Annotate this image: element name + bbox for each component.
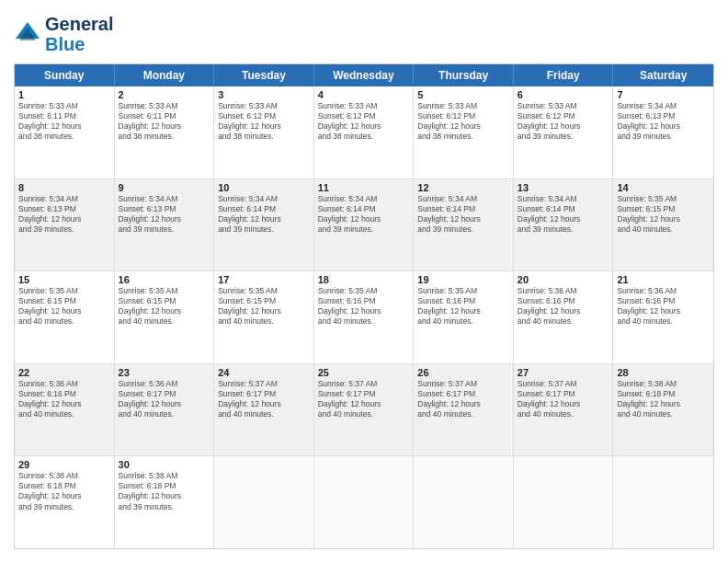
cell-content: Sunrise: 5:33 AMSunset: 6:12 PMDaylight:… xyxy=(318,101,410,142)
cell-content: Sunrise: 5:34 AMSunset: 6:14 PMDaylight:… xyxy=(417,194,509,235)
day-cell-2: 2Sunrise: 5:33 AMSunset: 6:11 PMDaylight… xyxy=(115,86,215,178)
calendar-row-5: 29Sunrise: 5:38 AMSunset: 6:18 PMDayligh… xyxy=(15,456,713,548)
day-cell-17: 17Sunrise: 5:35 AMSunset: 6:15 PMDayligh… xyxy=(214,271,314,363)
day-number: 22 xyxy=(18,367,110,378)
day-number: 8 xyxy=(18,182,110,193)
cell-content: Sunrise: 5:36 AMSunset: 6:16 PMDaylight:… xyxy=(18,379,110,419)
header-day-monday: Monday xyxy=(115,64,215,86)
day-cell-24: 24Sunrise: 5:37 AMSunset: 6:17 PMDayligh… xyxy=(214,364,314,456)
cell-content: Sunrise: 5:33 AMSunset: 6:11 PMDaylight:… xyxy=(18,101,110,142)
cell-content: Sunrise: 5:34 AMSunset: 6:13 PMDaylight:… xyxy=(617,101,710,142)
day-cell-10: 10Sunrise: 5:34 AMSunset: 6:14 PMDayligh… xyxy=(214,179,314,271)
day-cell-15: 15Sunrise: 5:35 AMSunset: 6:15 PMDayligh… xyxy=(15,271,115,363)
cell-content: Sunrise: 5:35 AMSunset: 6:15 PMDaylight:… xyxy=(119,286,210,327)
day-number: 18 xyxy=(318,274,410,285)
day-cell-22: 22Sunrise: 5:36 AMSunset: 6:16 PMDayligh… xyxy=(15,364,115,456)
cell-content: Sunrise: 5:36 AMSunset: 6:16 PMDaylight:… xyxy=(518,286,609,327)
day-number: 24 xyxy=(218,367,310,378)
day-cell-28: 28Sunrise: 5:38 AMSunset: 6:18 PMDayligh… xyxy=(613,364,713,456)
header-day-wednesday: Wednesday xyxy=(314,64,415,86)
day-number: 29 xyxy=(18,459,110,470)
cell-content: Sunrise: 5:36 AMSunset: 6:17 PMDaylight:… xyxy=(119,379,210,419)
day-cell-9: 9Sunrise: 5:34 AMSunset: 6:13 PMDaylight… xyxy=(115,179,215,271)
cell-content: Sunrise: 5:38 AMSunset: 6:18 PMDaylight:… xyxy=(119,471,210,511)
cell-content: Sunrise: 5:34 AMSunset: 6:14 PMDaylight:… xyxy=(318,194,410,235)
cell-content: Sunrise: 5:37 AMSunset: 6:17 PMDaylight:… xyxy=(218,379,310,419)
day-number: 23 xyxy=(119,367,210,378)
cell-content: Sunrise: 5:34 AMSunset: 6:13 PMDaylight:… xyxy=(119,194,210,235)
cell-content: Sunrise: 5:34 AMSunset: 6:14 PMDaylight:… xyxy=(518,194,609,235)
day-number: 15 xyxy=(18,274,110,285)
cell-content: Sunrise: 5:34 AMSunset: 6:14 PMDaylight:… xyxy=(218,194,310,235)
header-day-tuesday: Tuesday xyxy=(214,64,314,86)
cell-content: Sunrise: 5:33 AMSunset: 6:11 PMDaylight:… xyxy=(119,101,210,142)
calendar-row-3: 15Sunrise: 5:35 AMSunset: 6:15 PMDayligh… xyxy=(15,271,713,364)
header-day-friday: Friday xyxy=(514,64,614,86)
calendar-body: 1Sunrise: 5:33 AMSunset: 6:11 PMDaylight… xyxy=(15,86,713,548)
empty-cell xyxy=(414,456,514,548)
empty-cell xyxy=(314,456,415,548)
day-number: 27 xyxy=(518,367,609,378)
cell-content: Sunrise: 5:36 AMSunset: 6:16 PMDaylight:… xyxy=(617,286,710,327)
day-cell-18: 18Sunrise: 5:35 AMSunset: 6:16 PMDayligh… xyxy=(314,271,415,363)
day-number: 7 xyxy=(617,89,710,100)
day-cell-5: 5Sunrise: 5:33 AMSunset: 6:12 PMDaylight… xyxy=(414,86,514,178)
cell-content: Sunrise: 5:34 AMSunset: 6:13 PMDaylight:… xyxy=(18,194,110,235)
header-day-thursday: Thursday xyxy=(414,64,514,86)
day-cell-21: 21Sunrise: 5:36 AMSunset: 6:16 PMDayligh… xyxy=(613,271,713,363)
page: General Blue SundayMondayTuesdayWednesda… xyxy=(0,0,728,563)
day-cell-20: 20Sunrise: 5:36 AMSunset: 6:16 PMDayligh… xyxy=(514,271,614,363)
day-number: 6 xyxy=(518,89,609,100)
header-day-saturday: Saturday xyxy=(613,64,713,86)
day-number: 1 xyxy=(18,89,110,100)
cell-content: Sunrise: 5:35 AMSunset: 6:16 PMDaylight:… xyxy=(318,286,410,327)
cell-content: Sunrise: 5:37 AMSunset: 6:17 PMDaylight:… xyxy=(518,379,609,419)
cell-content: Sunrise: 5:35 AMSunset: 6:16 PMDaylight:… xyxy=(417,286,509,327)
cell-content: Sunrise: 5:38 AMSunset: 6:18 PMDaylight:… xyxy=(617,379,710,419)
cell-content: Sunrise: 5:37 AMSunset: 6:17 PMDaylight:… xyxy=(417,379,509,419)
day-cell-30: 30Sunrise: 5:38 AMSunset: 6:18 PMDayligh… xyxy=(115,456,215,548)
day-number: 9 xyxy=(119,182,210,193)
day-number: 21 xyxy=(617,274,710,285)
empty-cell xyxy=(214,456,314,548)
logo-text-blue: Blue xyxy=(45,34,113,54)
day-number: 12 xyxy=(417,182,509,193)
day-cell-1: 1Sunrise: 5:33 AMSunset: 6:11 PMDaylight… xyxy=(15,86,115,178)
cell-content: Sunrise: 5:38 AMSunset: 6:18 PMDaylight:… xyxy=(18,471,110,511)
empty-cell xyxy=(613,456,713,548)
calendar-row-1: 1Sunrise: 5:33 AMSunset: 6:11 PMDaylight… xyxy=(15,86,713,179)
day-cell-14: 14Sunrise: 5:35 AMSunset: 6:15 PMDayligh… xyxy=(613,179,713,271)
cell-content: Sunrise: 5:33 AMSunset: 6:12 PMDaylight:… xyxy=(518,101,609,142)
day-number: 2 xyxy=(119,89,210,100)
day-cell-16: 16Sunrise: 5:35 AMSunset: 6:15 PMDayligh… xyxy=(115,271,215,363)
calendar-row-4: 22Sunrise: 5:36 AMSunset: 6:16 PMDayligh… xyxy=(15,364,713,457)
day-number: 16 xyxy=(119,274,210,285)
day-number: 19 xyxy=(417,274,509,285)
logo-icon xyxy=(14,20,41,48)
day-number: 26 xyxy=(417,367,509,378)
day-cell-25: 25Sunrise: 5:37 AMSunset: 6:17 PMDayligh… xyxy=(314,364,415,456)
header: General Blue xyxy=(14,14,714,54)
cell-content: Sunrise: 5:35 AMSunset: 6:15 PMDaylight:… xyxy=(617,194,710,235)
cell-content: Sunrise: 5:35 AMSunset: 6:15 PMDaylight:… xyxy=(218,286,310,327)
cell-content: Sunrise: 5:37 AMSunset: 6:17 PMDaylight:… xyxy=(318,379,410,419)
day-number: 14 xyxy=(617,182,710,193)
day-number: 28 xyxy=(617,367,710,378)
day-number: 13 xyxy=(518,182,609,193)
day-number: 4 xyxy=(318,89,410,100)
day-cell-13: 13Sunrise: 5:34 AMSunset: 6:14 PMDayligh… xyxy=(514,179,614,271)
cell-content: Sunrise: 5:35 AMSunset: 6:15 PMDaylight:… xyxy=(18,286,110,327)
day-number: 30 xyxy=(119,459,210,470)
day-number: 3 xyxy=(218,89,310,100)
day-number: 11 xyxy=(318,182,410,193)
day-cell-27: 27Sunrise: 5:37 AMSunset: 6:17 PMDayligh… xyxy=(514,364,614,456)
day-cell-4: 4Sunrise: 5:33 AMSunset: 6:12 PMDaylight… xyxy=(314,86,415,178)
day-cell-26: 26Sunrise: 5:37 AMSunset: 6:17 PMDayligh… xyxy=(414,364,514,456)
day-cell-19: 19Sunrise: 5:35 AMSunset: 6:16 PMDayligh… xyxy=(414,271,514,363)
header-day-sunday: Sunday xyxy=(15,64,115,86)
logo-text-general: General xyxy=(45,14,113,34)
day-cell-7: 7Sunrise: 5:34 AMSunset: 6:13 PMDaylight… xyxy=(613,86,713,178)
day-number: 10 xyxy=(218,182,310,193)
logo: General Blue xyxy=(14,14,113,54)
day-number: 20 xyxy=(518,274,609,285)
